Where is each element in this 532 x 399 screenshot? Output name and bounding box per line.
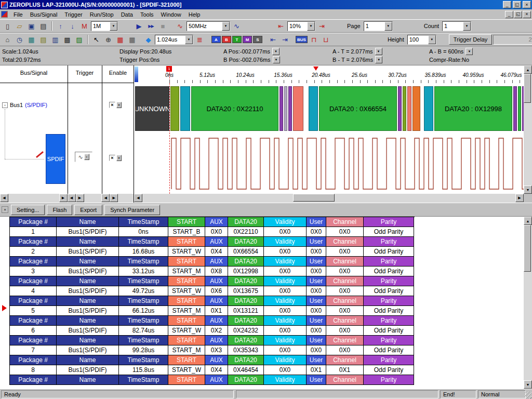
- memory-depth-select-dropdown-icon[interactable]: ▼: [110, 22, 117, 31]
- package-row-2[interactable]: 2Bus1(S/PDIF)16.68usSTART_W0X40X665540X0…: [10, 247, 415, 257]
- cell-name[interactable]: Bus1(S/PDIF): [57, 247, 119, 257]
- cell-parity[interactable]: Odd Parity: [364, 267, 414, 276]
- measure-icon[interactable]: ≣: [194, 34, 205, 45]
- cell-parity[interactable]: Odd Parity: [364, 345, 414, 355]
- cell-aux[interactable]: 0X6: [205, 286, 228, 296]
- scroll-left-button[interactable]: ◀: [101, 194, 110, 202]
- mdi-restore-button[interactable]: ◱: [514, 11, 522, 18]
- close-button[interactable]: ×: [523, 1, 531, 8]
- a-bar-icon[interactable]: A: [211, 36, 221, 43]
- signal-spdif-block[interactable]: SPDIF: [46, 134, 65, 184]
- cell-name[interactable]: Bus1(S/PDIF): [57, 345, 119, 355]
- print-icon[interactable]: ▤: [38, 21, 49, 31]
- cell-validity[interactable]: 0X0: [264, 267, 307, 276]
- pointer-icon[interactable]: ↖: [91, 34, 102, 45]
- cell-ts[interactable]: 16.68us: [119, 247, 168, 257]
- run-single-icon[interactable]: ▶: [134, 21, 144, 31]
- scroll-left-button[interactable]: ◀: [134, 194, 142, 202]
- position-dropdown-icon[interactable]: ▼: [273, 56, 280, 63]
- menu-help[interactable]: Help: [185, 10, 204, 19]
- scroll-track[interactable]: [8, 194, 59, 203]
- scroll-right-button[interactable]: ▶: [110, 194, 118, 202]
- cell-pkg[interactable]: 3: [10, 267, 57, 276]
- package-row-5[interactable]: 5Bus1(S/PDIF)66.12usSTART_M0X10X131210X0…: [10, 306, 415, 316]
- signal-enable-checkbox[interactable]: ×: [109, 155, 115, 161]
- cell-user[interactable]: 0X0: [307, 286, 326, 296]
- scroll-up-button[interactable]: ▲: [524, 65, 532, 74]
- table-view-icon[interactable]: ▩: [62, 34, 73, 45]
- package-row-4[interactable]: 4Bus1(S/PDIF)49.72usSTART_W0X60X136750X0…: [10, 286, 415, 296]
- cell-aux[interactable]: 0X2: [205, 326, 228, 336]
- menu-run-stop[interactable]: Run/Stop: [86, 10, 117, 19]
- zoom-out-icon[interactable]: ⇤: [275, 21, 286, 31]
- cell-aux[interactable]: 0X4: [205, 365, 228, 375]
- open-file-icon[interactable]: ▱: [14, 21, 25, 31]
- cell-ts[interactable]: 0ns: [119, 227, 168, 237]
- b-bar-icon[interactable]: B: [222, 36, 231, 43]
- cell-validity[interactable]: 0X0: [264, 306, 307, 316]
- mdi-minimize-button[interactable]: _: [505, 11, 513, 18]
- menu-file[interactable]: File: [10, 10, 26, 19]
- flash-button[interactable]: Flash: [47, 205, 72, 215]
- menu-trigger[interactable]: Trigger: [61, 10, 86, 19]
- cell-data20[interactable]: 0X13121: [228, 306, 264, 316]
- position-dropdown-icon[interactable]: ▼: [375, 48, 382, 55]
- scroll-track[interactable]: [142, 194, 515, 203]
- scroll-track[interactable]: [118, 194, 134, 203]
- cell-data20[interactable]: 0X22110: [228, 227, 264, 237]
- page-select-dropdown-icon[interactable]: ▼: [384, 22, 392, 31]
- scroll-right-button[interactable]: ▶: [515, 194, 524, 202]
- grid-view-icon[interactable]: ▦: [26, 34, 37, 45]
- collapse-icon[interactable]: -: [2, 102, 8, 108]
- trigger-dropdown-icon[interactable]: ▼: [84, 154, 89, 160]
- sample-rate-icon[interactable]: ∿: [175, 21, 185, 31]
- cell-aux[interactable]: 0X8: [205, 267, 228, 276]
- cell-aux[interactable]: 0X1: [205, 306, 228, 316]
- cell-pkg[interactable]: 2: [10, 247, 57, 257]
- display-ratio-select-dropdown-icon[interactable]: ▼: [307, 22, 315, 31]
- cell-name[interactable]: Bus1(S/PDIF): [57, 365, 119, 375]
- bus-panel-scrollbar[interactable]: ◀ ▶ ◀ ▶ ◀ ▶: [0, 194, 134, 203]
- cell-name[interactable]: Bus1(S/PDIF): [57, 286, 119, 296]
- cell-start[interactable]: START_W: [168, 247, 205, 257]
- cell-validity[interactable]: 0X0: [264, 345, 307, 355]
- cell-start[interactable]: START_M: [168, 267, 205, 276]
- height-select-dropdown-icon[interactable]: ▼: [428, 35, 436, 44]
- scale-select-dropdown-icon[interactable]: ▼: [185, 35, 193, 44]
- cell-channel[interactable]: 0X0: [326, 227, 364, 237]
- bus-column-scrollbar[interactable]: ◀ ▶: [0, 194, 68, 203]
- document-icon[interactable]: [1, 11, 8, 18]
- signal-enable-dropdown-icon[interactable]: ▼: [116, 155, 122, 161]
- scroll-thumb[interactable]: [524, 74, 531, 103]
- cell-start[interactable]: START_M: [168, 345, 205, 355]
- cell-channel[interactable]: 0X0: [326, 286, 364, 296]
- cell-data20[interactable]: 0X12998: [228, 267, 264, 276]
- scroll-down-button[interactable]: ▼: [524, 185, 532, 194]
- scroll-track-v[interactable]: [524, 74, 532, 185]
- cell-pkg[interactable]: 1: [10, 227, 57, 237]
- cell-aux[interactable]: 0X0: [205, 227, 228, 237]
- prev-data-icon[interactable]: ↑: [55, 21, 66, 31]
- cell-name[interactable]: Bus1(S/PDIF): [57, 326, 119, 336]
- cell-start[interactable]: START_M: [168, 306, 205, 316]
- cell-parity[interactable]: Odd Parity: [364, 286, 414, 296]
- cell-pkg[interactable]: 7: [10, 345, 57, 355]
- minimize-button[interactable]: _: [503, 1, 511, 8]
- app-icon[interactable]: [1, 2, 8, 8]
- cell-pkg[interactable]: 5: [10, 306, 57, 316]
- cell-data20[interactable]: 0X13675: [228, 286, 264, 296]
- memory-depth-icon[interactable]: M: [79, 21, 90, 31]
- menu-tools[interactable]: Tools: [137, 10, 157, 19]
- position-dropdown-icon[interactable]: ▼: [466, 48, 473, 55]
- cell-validity[interactable]: 0X0: [264, 227, 307, 237]
- cell-user[interactable]: 0X0: [307, 326, 326, 336]
- cell-channel[interactable]: 0X1: [326, 365, 364, 375]
- bus-enable-dropdown-icon[interactable]: ▼: [116, 102, 122, 108]
- cell-aux[interactable]: 0X3: [205, 345, 228, 355]
- cell-channel[interactable]: 0X0: [326, 345, 364, 355]
- position-dropdown-icon[interactable]: ▼: [375, 56, 382, 63]
- page-select[interactable]: 1▼: [364, 21, 393, 31]
- run-repeat-icon[interactable]: ▶▶: [145, 21, 156, 31]
- cell-data20[interactable]: 0X46454: [228, 365, 264, 375]
- grid-options-icon[interactable]: ▦: [127, 34, 138, 45]
